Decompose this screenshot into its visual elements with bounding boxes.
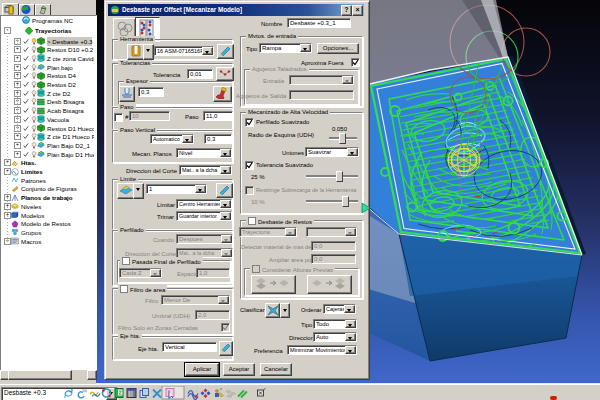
svg-text:50: 50 [83, 388, 88, 393]
